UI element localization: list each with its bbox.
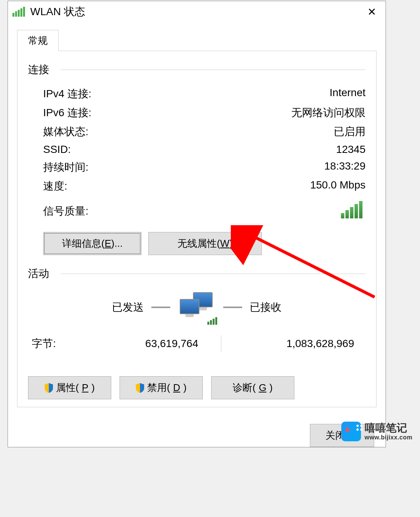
tab-strip: 常规 <box>17 30 386 51</box>
ipv6-value: 无网络访问权限 <box>291 106 366 120</box>
ipv6-label: IPv6 连接: <box>43 106 92 120</box>
window-title: WLAN 状态 <box>30 5 85 19</box>
bytes-row: 字节: 63,619,764 1,083,628,969 <box>28 330 366 357</box>
properties-button[interactable]: 属性(P) <box>28 376 111 399</box>
divider <box>61 70 366 70</box>
tab-general[interactable]: 常规 <box>17 30 59 51</box>
connection-label: 连接 <box>28 62 49 77</box>
bottom-buttons: 属性(P) 禁用(D) 诊断(G) <box>28 376 366 399</box>
network-computers-icon <box>178 292 216 322</box>
ipv6-row: IPv6 连接: 无网络访问权限 <box>28 103 366 122</box>
ipv4-label: IPv4 连接: <box>43 87 92 101</box>
ssid-value: 12345 <box>336 143 366 156</box>
watermark-name: 嘻嘻笔记 <box>365 422 412 434</box>
media-label: 媒体状态: <box>43 125 89 139</box>
watermark-url: www.bijixx.com <box>365 434 412 441</box>
duration-value: 18:33:29 <box>324 160 366 174</box>
dash-icon <box>151 307 170 308</box>
shield-icon <box>45 383 53 393</box>
watermark-logo-icon <box>341 422 361 441</box>
signal-quality-row: 信号质量: <box>28 199 366 221</box>
details-button[interactable]: 详细信息(E)... <box>43 232 142 255</box>
signal-quality-label: 信号质量: <box>43 204 89 218</box>
divider <box>221 335 221 352</box>
speed-value: 150.0 Mbps <box>310 179 366 193</box>
bytes-sent-value: 63,619,764 <box>100 338 198 350</box>
ipv4-value: Internet <box>330 87 366 101</box>
media-row: 媒体状态: 已启用 <box>28 122 366 141</box>
activity-section-header: 活动 <box>28 266 366 281</box>
shield-icon <box>136 383 144 393</box>
watermark: 嘻嘻笔记 www.bijixx.com <box>341 422 412 441</box>
ipv4-row: IPv4 连接: Internet <box>28 84 366 103</box>
connection-buttons: 详细信息(E)... 无线属性(W) <box>43 232 366 255</box>
bytes-received-value: 1,083,628,969 <box>244 338 366 350</box>
diagnose-button[interactable]: 诊断(G) <box>211 376 294 399</box>
wireless-properties-button[interactable]: 无线属性(W) <box>148 232 262 255</box>
speed-label: 速度: <box>43 179 67 193</box>
activity-section: 活动 已发送 已接收 字节: 63,619,764 1,083,628,969 <box>28 266 366 399</box>
media-value: 已启用 <box>334 125 366 139</box>
activity-label: 活动 <box>28 266 49 281</box>
ssid-label: SSID: <box>43 143 71 156</box>
sent-label: 已发送 <box>112 300 144 315</box>
duration-label: 持续时间: <box>43 160 89 174</box>
close-icon[interactable]: ✕ <box>362 4 381 19</box>
divider <box>61 274 366 274</box>
duration-row: 持续时间: 18:33:29 <box>28 158 366 177</box>
dialog-footer: 关闭(C) <box>8 415 386 447</box>
dash-icon <box>223 307 242 308</box>
tab-content: 连接 IPv4 连接: Internet IPv6 连接: 无网络访问权限 媒体… <box>17 51 376 407</box>
speed-row: 速度: 150.0 Mbps <box>28 177 366 196</box>
bytes-label: 字节: <box>32 336 100 351</box>
connection-section-header: 连接 <box>28 62 366 77</box>
wlan-status-dialog: WLAN 状态 ✕ 常规 连接 IPv4 连接: Internet IPv6 连… <box>8 1 386 447</box>
received-label: 已接收 <box>250 300 282 315</box>
titlebar: WLAN 状态 ✕ <box>8 1 386 22</box>
activity-body: 已发送 已接收 <box>28 292 366 322</box>
disable-button[interactable]: 禁用(D) <box>120 376 203 399</box>
signal-bars-icon <box>341 201 366 218</box>
wifi-signal-icon <box>12 7 25 17</box>
ssid-row: SSID: 12345 <box>28 141 366 158</box>
